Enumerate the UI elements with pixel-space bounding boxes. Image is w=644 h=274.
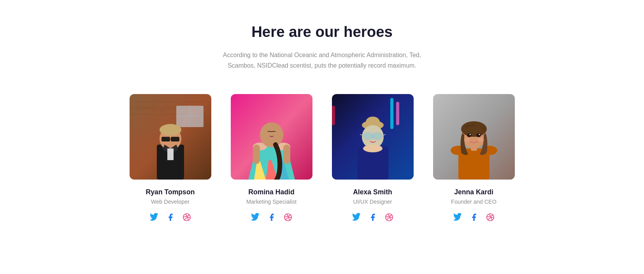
svg-point-47 — [363, 145, 383, 152]
dribbble-link-jenna[interactable] — [485, 212, 496, 223]
member-name-romina: Romina Hadid — [248, 188, 294, 196]
team-card-jenna: Jenna Kardi Founder and CEO — [431, 94, 517, 223]
svg-point-58 — [469, 134, 470, 135]
social-icons-ryan — [149, 212, 192, 223]
member-name-ryan: Ryan Tompson — [146, 188, 195, 196]
svg-rect-13 — [171, 137, 179, 141]
svg-point-59 — [479, 134, 480, 135]
svg-point-11 — [160, 124, 181, 136]
member-role-romina: Marketing Specialist — [246, 199, 297, 205]
member-role-alexa: UI/UX Designer — [353, 199, 392, 205]
team-card-alexa: Alexa Smith UI/UX Designer — [330, 94, 416, 223]
twitter-link-ryan[interactable] — [149, 212, 160, 223]
facebook-link-alexa[interactable] — [367, 212, 378, 223]
dribbble-link-ryan[interactable] — [181, 212, 192, 223]
section-title: Here are our heroes — [97, 23, 548, 40]
member-role-jenna: Founder and CEO — [451, 199, 497, 205]
svg-point-57 — [476, 133, 481, 137]
social-icons-romina — [250, 212, 293, 223]
team-grid: Ryan Tompson Web Developer — [97, 94, 548, 223]
twitter-link-romina[interactable] — [250, 212, 261, 223]
svg-point-45 — [372, 133, 383, 140]
social-icons-jenna — [452, 212, 496, 223]
svg-rect-16 — [167, 148, 174, 160]
page-wrapper: Here are our heroes According to the Nat… — [89, 0, 556, 246]
svg-rect-26 — [253, 145, 260, 164]
section-subtitle: According to the National Oceanic and At… — [213, 50, 431, 71]
member-name-alexa: Alexa Smith — [353, 188, 392, 196]
member-photo-romina — [231, 94, 312, 180]
member-role-ryan: Web Developer — [151, 199, 190, 205]
dribbble-link-romina[interactable] — [283, 212, 293, 223]
dribbble-link-alexa[interactable] — [384, 212, 395, 223]
svg-point-56 — [467, 133, 472, 137]
twitter-link-jenna[interactable] — [452, 212, 463, 223]
member-photo-jenna — [433, 94, 515, 180]
social-icons-alexa — [351, 212, 395, 223]
team-card-romina: Romina Hadid Marketing Specialist — [229, 94, 314, 223]
facebook-link-ryan[interactable] — [165, 212, 176, 223]
svg-rect-27 — [283, 145, 290, 164]
svg-rect-34 — [332, 106, 335, 125]
member-photo-alexa — [332, 94, 414, 180]
svg-point-44 — [363, 133, 373, 140]
svg-point-29 — [265, 127, 279, 139]
twitter-link-alexa[interactable] — [351, 212, 362, 223]
member-photo-ryan — [130, 94, 211, 180]
member-name-jenna: Jenna Kardi — [454, 188, 493, 196]
svg-rect-12 — [161, 137, 170, 141]
facebook-link-jenna[interactable] — [469, 212, 479, 223]
svg-point-55 — [461, 121, 487, 137]
svg-rect-33 — [396, 102, 399, 125]
team-card-ryan: Ryan Tompson Web Developer — [128, 94, 213, 223]
svg-rect-32 — [390, 98, 393, 129]
svg-point-60 — [464, 138, 470, 142]
facebook-link-romina[interactable] — [266, 212, 277, 223]
svg-point-61 — [477, 138, 484, 142]
